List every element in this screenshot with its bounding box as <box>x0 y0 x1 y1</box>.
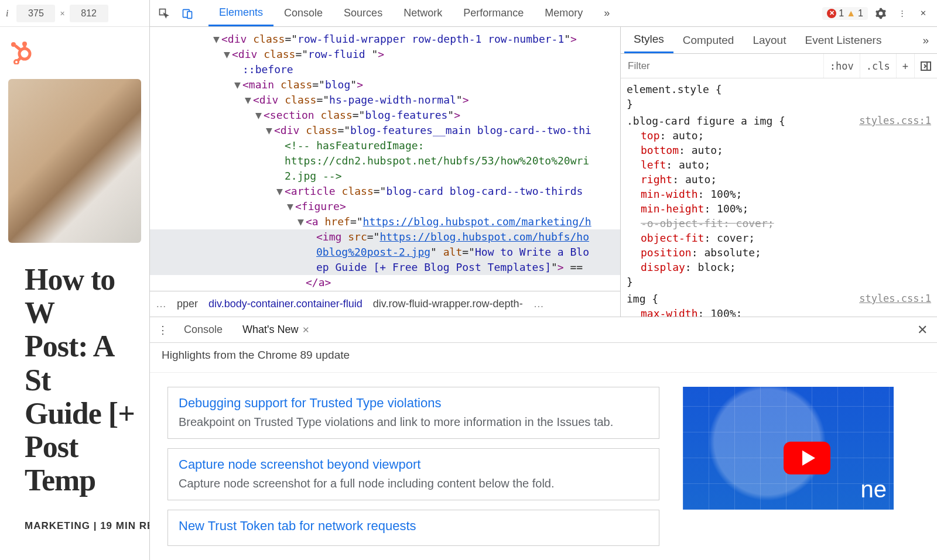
css-selector[interactable]: element.style { <box>627 82 931 97</box>
drawer-menu-icon[interactable]: ⋮ <box>156 324 170 336</box>
error-icon: ✕ <box>827 9 836 18</box>
hov-toggle[interactable]: :hov <box>823 54 860 78</box>
styles-tabs: Styles Computed Layout Event Listeners » <box>621 27 937 54</box>
cls-toggle[interactable]: .cls <box>860 54 896 78</box>
dom-node[interactable]: https://cdn2.hubspot.net/hubfs/53/how%20… <box>150 153 620 169</box>
crumb-item[interactable]: div.row-fluid-wrapper.row-depth- <box>373 298 523 310</box>
post-meta: MARKETING | 19 MIN RE <box>0 497 149 532</box>
drawer-tab-console[interactable]: Console <box>178 317 228 342</box>
css-declaration[interactable]: min-height: 100%; <box>627 201 931 216</box>
tab-event-listeners[interactable]: Event Listeners <box>795 27 891 53</box>
close-tab-icon[interactable]: ✕ <box>302 325 310 335</box>
crumb-item[interactable]: div.body-container.container-fluid <box>208 298 363 310</box>
drawer: ⋮ Console What's New ✕ ✕ Highlights from… <box>150 317 937 560</box>
site-logo <box>0 27 149 71</box>
sidebar-toggle-icon[interactable] <box>914 54 937 78</box>
styles-toolbar: :hov .cls + <box>621 54 937 78</box>
tabs-overflow-icon[interactable]: » <box>593 0 620 26</box>
dom-node[interactable]: 2.jpg --> <box>150 169 620 184</box>
dom-node[interactable]: ep Guide [+ Free Blog Post Templates]"> … <box>150 260 620 275</box>
css-declaration[interactable]: top: auto; <box>627 128 931 143</box>
tab-styles[interactable]: Styles <box>624 27 673 53</box>
css-declaration[interactable]: object-fit: cover; <box>627 231 931 245</box>
hubspot-sprocket-icon <box>8 39 34 64</box>
whats-new-video-thumbnail[interactable]: ne <box>683 387 894 510</box>
css-declaration[interactable]: bottom: auto; <box>627 143 931 157</box>
card-title: Debugging support for Trusted Type viola… <box>179 396 648 411</box>
panel-tabs: Elements Console Sources Network Perform… <box>208 0 620 26</box>
dom-node[interactable]: ▼<article class="blog-card blog-card--tw… <box>150 184 620 199</box>
tab-network[interactable]: Network <box>393 0 453 26</box>
dom-node[interactable]: ▼<div class="row-fluid "> <box>150 47 620 62</box>
card-title: Capture node screenshot beyond viewport <box>179 457 648 472</box>
svg-rect-9 <box>187 11 192 18</box>
error-warning-badge[interactable]: ✕ 1 ▲ 1 <box>822 7 868 20</box>
close-drawer-icon[interactable]: ✕ <box>914 322 931 338</box>
drawer-tab-label: What's New <box>242 324 298 336</box>
css-declaration[interactable]: max-width: 100%; <box>627 306 931 317</box>
dom-node[interactable]: 0blog%20post-2.jpg" alt="How to Write a … <box>150 245 620 260</box>
breadcrumb[interactable]: … pper div.body-container.container-flui… <box>150 291 620 317</box>
dom-node[interactable]: ▼<div class="blog-features__main blog-ca… <box>150 123 620 138</box>
tab-memory[interactable]: Memory <box>534 0 593 26</box>
whats-new-card[interactable]: New Trust Token tab for network requests <box>167 510 659 546</box>
styles-filter-input[interactable] <box>621 54 823 78</box>
svg-line-5 <box>15 46 21 50</box>
source-link[interactable]: styles.css:1 <box>859 291 931 306</box>
whats-new-subtitle: Highlights from the Chrome 89 update <box>150 343 937 373</box>
styles-panel: Styles Computed Layout Event Listeners »… <box>621 27 937 317</box>
tab-computed[interactable]: Computed <box>673 27 744 53</box>
device-preview-pane: i × How to W Post: A St Guide [+ Post Te… <box>0 0 150 560</box>
warning-icon: ▲ <box>846 8 856 19</box>
css-declaration[interactable]: left: auto; <box>627 157 931 172</box>
dom-node[interactable]: </a> <box>150 275 620 290</box>
dom-node[interactable]: ▼<a href="https://blog.hubspot.com/marke… <box>150 214 620 229</box>
tab-elements[interactable]: Elements <box>208 0 273 26</box>
close-devtools-icon[interactable]: ✕ <box>915 5 931 22</box>
whats-new-card[interactable]: Debugging support for Trusted Type viola… <box>167 387 659 439</box>
css-declaration[interactable]: right: auto; <box>627 172 931 187</box>
tab-layout[interactable]: Layout <box>743 27 795 53</box>
post-headline: How to W Post: A St Guide [+ Post Temp <box>0 251 149 497</box>
times-icon: × <box>60 9 64 18</box>
dom-node[interactable]: ▼<div class="row-fluid-wrapper row-depth… <box>150 32 620 47</box>
css-declaration[interactable]: display: block; <box>627 260 931 274</box>
more-options-icon[interactable]: ⋮ <box>894 5 910 22</box>
css-declaration[interactable]: -o-object-fit: cover; <box>627 216 931 231</box>
svg-line-6 <box>18 57 21 61</box>
whats-new-cards: Debugging support for Trusted Type viola… <box>167 387 659 546</box>
devtools: Elements Console Sources Network Perform… <box>150 0 937 560</box>
dom-node[interactable]: <!-- hasFeaturedImage: <box>150 138 620 153</box>
dom-node[interactable]: <img src="https://blog.hubspot.com/hubfs… <box>150 229 620 245</box>
css-rules[interactable]: element.style { } styles.css:1 .blog-car… <box>621 78 937 317</box>
dom-node[interactable]: ▼<section class="blog-features"> <box>150 108 620 123</box>
toggle-device-toolbar-icon[interactable] <box>179 5 196 22</box>
dom-node[interactable]: ▼<main class="blog"> <box>150 77 620 92</box>
viewport-width-input[interactable] <box>16 5 55 22</box>
devtools-toolbar: Elements Console Sources Network Perform… <box>150 0 937 27</box>
dom-node[interactable]: ▼<figure> <box>150 199 620 214</box>
drawer-tab-whats-new[interactable]: What's New ✕ <box>237 317 315 342</box>
dom-node[interactable]: ::before <box>150 62 620 77</box>
play-icon[interactable] <box>784 442 830 475</box>
crumb-ellipsis-right[interactable]: … <box>534 298 544 310</box>
tab-console[interactable]: Console <box>273 0 333 26</box>
whats-new-card[interactable]: Capture node screenshot beyond viewportC… <box>167 448 659 500</box>
tab-sources[interactable]: Sources <box>333 0 393 26</box>
viewport-dimensions: i × <box>0 0 149 27</box>
svg-point-1 <box>22 42 27 46</box>
viewport-height-input[interactable] <box>70 5 108 22</box>
tab-performance[interactable]: Performance <box>453 0 534 26</box>
elements-panel: ▼<div class="row-fluid-wrapper row-depth… <box>150 27 621 317</box>
styles-tabs-overflow-icon[interactable]: » <box>918 27 933 53</box>
source-link[interactable]: styles.css:1 <box>859 114 931 128</box>
css-declaration[interactable]: position: absolute; <box>627 245 931 260</box>
css-declaration[interactable]: min-width: 100%; <box>627 187 931 201</box>
crumb-item[interactable]: pper <box>177 298 198 310</box>
dom-tree[interactable]: ▼<div class="row-fluid-wrapper row-depth… <box>150 27 620 291</box>
crumb-ellipsis-left[interactable]: … <box>156 298 166 310</box>
new-style-rule-button[interactable]: + <box>896 54 914 78</box>
inspect-element-icon[interactable] <box>156 5 172 22</box>
settings-icon[interactable] <box>873 5 889 22</box>
dom-node[interactable]: ▼<div class="hs-page-width-normal"> <box>150 92 620 108</box>
